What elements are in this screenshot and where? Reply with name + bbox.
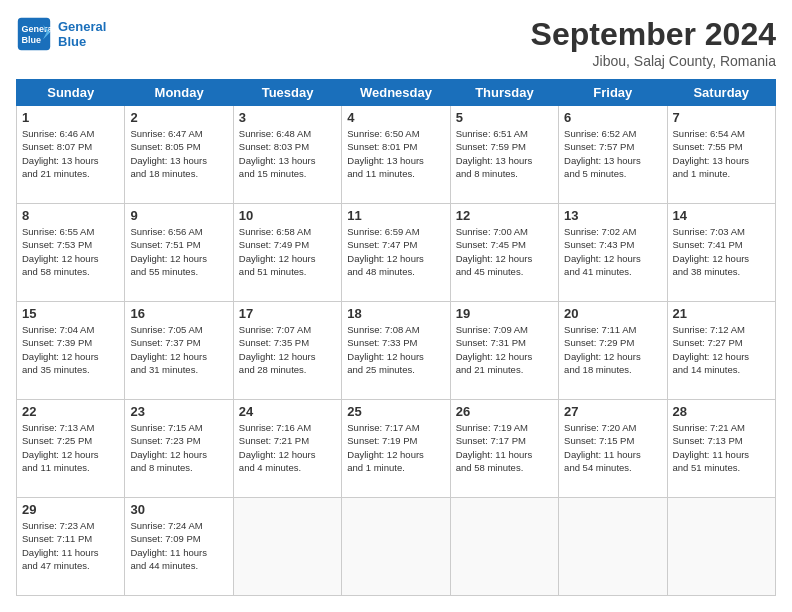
day-number: 27 [564,404,661,419]
calendar-cell: 13Sunrise: 7:02 AM Sunset: 7:43 PM Dayli… [559,204,667,302]
calendar-cell: 2Sunrise: 6:47 AM Sunset: 8:05 PM Daylig… [125,106,233,204]
day-info: Sunrise: 7:16 AM Sunset: 7:21 PM Dayligh… [239,421,336,474]
weekday-header-row: SundayMondayTuesdayWednesdayThursdayFrid… [17,80,776,106]
logo: General Blue General Blue [16,16,106,52]
calendar-week-row: 22Sunrise: 7:13 AM Sunset: 7:25 PM Dayli… [17,400,776,498]
weekday-header: Tuesday [233,80,341,106]
day-number: 6 [564,110,661,125]
day-number: 14 [673,208,770,223]
day-number: 19 [456,306,553,321]
day-info: Sunrise: 7:23 AM Sunset: 7:11 PM Dayligh… [22,519,119,572]
calendar-cell: 28Sunrise: 7:21 AM Sunset: 7:13 PM Dayli… [667,400,775,498]
day-number: 11 [347,208,444,223]
day-info: Sunrise: 6:52 AM Sunset: 7:57 PM Dayligh… [564,127,661,180]
day-info: Sunrise: 7:08 AM Sunset: 7:33 PM Dayligh… [347,323,444,376]
logo-text: General Blue [58,19,106,49]
calendar-week-row: 8Sunrise: 6:55 AM Sunset: 7:53 PM Daylig… [17,204,776,302]
day-number: 8 [22,208,119,223]
day-number: 17 [239,306,336,321]
title-block: September 2024 Jibou, Salaj County, Roma… [531,16,776,69]
day-number: 29 [22,502,119,517]
day-info: Sunrise: 6:58 AM Sunset: 7:49 PM Dayligh… [239,225,336,278]
day-info: Sunrise: 6:54 AM Sunset: 7:55 PM Dayligh… [673,127,770,180]
day-info: Sunrise: 7:05 AM Sunset: 7:37 PM Dayligh… [130,323,227,376]
day-number: 15 [22,306,119,321]
day-number: 16 [130,306,227,321]
calendar-cell: 30Sunrise: 7:24 AM Sunset: 7:09 PM Dayli… [125,498,233,596]
calendar-cell: 19Sunrise: 7:09 AM Sunset: 7:31 PM Dayli… [450,302,558,400]
day-info: Sunrise: 6:59 AM Sunset: 7:47 PM Dayligh… [347,225,444,278]
day-number: 4 [347,110,444,125]
svg-text:Blue: Blue [21,35,41,45]
day-info: Sunrise: 7:15 AM Sunset: 7:23 PM Dayligh… [130,421,227,474]
day-info: Sunrise: 7:04 AM Sunset: 7:39 PM Dayligh… [22,323,119,376]
calendar-cell: 18Sunrise: 7:08 AM Sunset: 7:33 PM Dayli… [342,302,450,400]
calendar-week-row: 15Sunrise: 7:04 AM Sunset: 7:39 PM Dayli… [17,302,776,400]
day-number: 26 [456,404,553,419]
day-number: 22 [22,404,119,419]
calendar-cell: 11Sunrise: 6:59 AM Sunset: 7:47 PM Dayli… [342,204,450,302]
day-info: Sunrise: 7:24 AM Sunset: 7:09 PM Dayligh… [130,519,227,572]
day-number: 9 [130,208,227,223]
day-info: Sunrise: 6:56 AM Sunset: 7:51 PM Dayligh… [130,225,227,278]
day-info: Sunrise: 6:50 AM Sunset: 8:01 PM Dayligh… [347,127,444,180]
page: General Blue General Blue September 2024… [0,0,792,612]
calendar-cell: 21Sunrise: 7:12 AM Sunset: 7:27 PM Dayli… [667,302,775,400]
day-info: Sunrise: 7:19 AM Sunset: 7:17 PM Dayligh… [456,421,553,474]
calendar-body: 1Sunrise: 6:46 AM Sunset: 8:07 PM Daylig… [17,106,776,596]
day-number: 13 [564,208,661,223]
day-info: Sunrise: 7:20 AM Sunset: 7:15 PM Dayligh… [564,421,661,474]
calendar-cell [559,498,667,596]
day-info: Sunrise: 7:11 AM Sunset: 7:29 PM Dayligh… [564,323,661,376]
day-number: 2 [130,110,227,125]
day-number: 23 [130,404,227,419]
calendar-cell: 25Sunrise: 7:17 AM Sunset: 7:19 PM Dayli… [342,400,450,498]
day-number: 10 [239,208,336,223]
day-number: 20 [564,306,661,321]
calendar-cell [667,498,775,596]
header: General Blue General Blue September 2024… [16,16,776,69]
calendar-cell [233,498,341,596]
day-info: Sunrise: 7:13 AM Sunset: 7:25 PM Dayligh… [22,421,119,474]
calendar-table: SundayMondayTuesdayWednesdayThursdayFrid… [16,79,776,596]
month-title: September 2024 [531,16,776,53]
calendar-cell: 26Sunrise: 7:19 AM Sunset: 7:17 PM Dayli… [450,400,558,498]
calendar-cell [450,498,558,596]
day-number: 28 [673,404,770,419]
day-number: 7 [673,110,770,125]
day-info: Sunrise: 7:09 AM Sunset: 7:31 PM Dayligh… [456,323,553,376]
day-info: Sunrise: 6:48 AM Sunset: 8:03 PM Dayligh… [239,127,336,180]
day-info: Sunrise: 6:55 AM Sunset: 7:53 PM Dayligh… [22,225,119,278]
calendar-cell: 7Sunrise: 6:54 AM Sunset: 7:55 PM Daylig… [667,106,775,204]
calendar-week-row: 29Sunrise: 7:23 AM Sunset: 7:11 PM Dayli… [17,498,776,596]
calendar-cell: 14Sunrise: 7:03 AM Sunset: 7:41 PM Dayli… [667,204,775,302]
calendar-cell: 29Sunrise: 7:23 AM Sunset: 7:11 PM Dayli… [17,498,125,596]
weekday-header: Sunday [17,80,125,106]
calendar-cell: 15Sunrise: 7:04 AM Sunset: 7:39 PM Dayli… [17,302,125,400]
day-info: Sunrise: 6:46 AM Sunset: 8:07 PM Dayligh… [22,127,119,180]
logo-icon: General Blue [16,16,52,52]
day-info: Sunrise: 7:07 AM Sunset: 7:35 PM Dayligh… [239,323,336,376]
calendar-cell: 20Sunrise: 7:11 AM Sunset: 7:29 PM Dayli… [559,302,667,400]
day-number: 25 [347,404,444,419]
calendar-cell: 1Sunrise: 6:46 AM Sunset: 8:07 PM Daylig… [17,106,125,204]
day-info: Sunrise: 7:12 AM Sunset: 7:27 PM Dayligh… [673,323,770,376]
weekday-header: Thursday [450,80,558,106]
day-number: 12 [456,208,553,223]
calendar-cell: 17Sunrise: 7:07 AM Sunset: 7:35 PM Dayli… [233,302,341,400]
weekday-header: Wednesday [342,80,450,106]
day-info: Sunrise: 7:03 AM Sunset: 7:41 PM Dayligh… [673,225,770,278]
day-info: Sunrise: 7:02 AM Sunset: 7:43 PM Dayligh… [564,225,661,278]
calendar-cell: 12Sunrise: 7:00 AM Sunset: 7:45 PM Dayli… [450,204,558,302]
day-number: 18 [347,306,444,321]
day-number: 1 [22,110,119,125]
day-info: Sunrise: 7:21 AM Sunset: 7:13 PM Dayligh… [673,421,770,474]
day-number: 5 [456,110,553,125]
day-number: 3 [239,110,336,125]
calendar-cell: 27Sunrise: 7:20 AM Sunset: 7:15 PM Dayli… [559,400,667,498]
calendar-cell: 24Sunrise: 7:16 AM Sunset: 7:21 PM Dayli… [233,400,341,498]
day-info: Sunrise: 6:47 AM Sunset: 8:05 PM Dayligh… [130,127,227,180]
day-number: 24 [239,404,336,419]
calendar-cell: 9Sunrise: 6:56 AM Sunset: 7:51 PM Daylig… [125,204,233,302]
calendar-cell: 16Sunrise: 7:05 AM Sunset: 7:37 PM Dayli… [125,302,233,400]
